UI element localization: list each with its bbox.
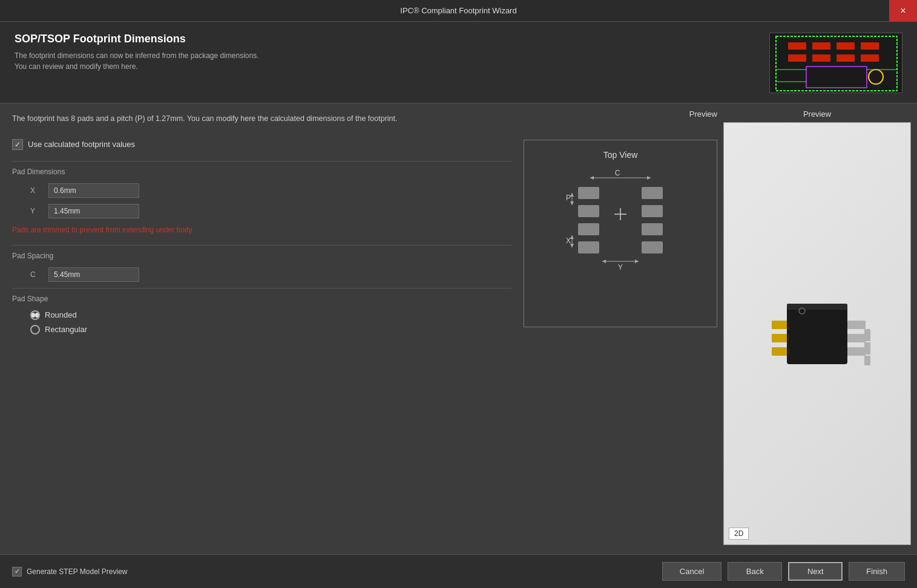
svg-rect-49 — [847, 347, 866, 356]
warning-text: Pads are trimmed to prevent from extendi… — [12, 226, 511, 234]
step-model-label: Generate STEP Model Preview — [27, 567, 128, 576]
x-field-row: X — [30, 183, 511, 198]
svg-rect-44 — [772, 321, 787, 329]
y-label: Y — [30, 207, 48, 215]
step-model-checkbox[interactable]: ✓ — [12, 567, 22, 577]
rectangular-label: Rectangular — [45, 325, 87, 334]
svg-rect-45 — [772, 334, 787, 342]
back-button[interactable]: Back — [728, 562, 782, 581]
y-input[interactable] — [48, 204, 139, 218]
next-button[interactable]: Next — [788, 562, 843, 581]
svg-rect-6 — [788, 54, 806, 62]
btn-2d[interactable]: 2D — [729, 528, 749, 540]
header-subtitle-1: The footprint dimensions can now be infe… — [15, 50, 757, 61]
header-area: SOP/TSOP Footprint Dimensions The footpr… — [0, 22, 917, 103]
svg-rect-25 — [642, 223, 663, 235]
header-subtitle-2: You can review and modify them here. — [15, 61, 757, 72]
title-bar: IPC® Compliant Footprint Wizard × — [0, 0, 917, 22]
svg-rect-46 — [772, 347, 787, 356]
svg-marker-39 — [635, 260, 639, 263]
top-view-title: Top View — [534, 150, 707, 160]
c-field-row: C — [30, 267, 511, 282]
info-text: The footprint has 8 pads and a pitch (P)… — [12, 113, 511, 125]
step-checkmark-icon: ✓ — [15, 567, 20, 575]
preview-label: Preview — [689, 109, 717, 119]
svg-marker-16 — [590, 176, 594, 180]
pad-spacing-section: Pad Spacing C — [12, 245, 511, 282]
main-container: SOP/TSOP Footprint Dimensions The footpr… — [0, 22, 917, 588]
center-panel: Top View C — [524, 103, 717, 554]
preview-area: 2D — [723, 122, 911, 545]
svg-marker-38 — [602, 260, 606, 263]
header-title: SOP/TSOP Footprint Dimensions — [15, 33, 757, 45]
rectangular-radio[interactable] — [30, 325, 40, 335]
svg-rect-19 — [578, 187, 599, 199]
svg-rect-50 — [864, 329, 870, 341]
svg-rect-47 — [847, 321, 866, 329]
svg-text:P: P — [566, 194, 571, 202]
pad-shape-section: Pad Shape Rounded Rectangular — [12, 288, 511, 335]
bottom-bar: ✓ Generate STEP Model Preview Cancel Bac… — [0, 554, 917, 588]
svg-rect-41 — [787, 304, 847, 364]
svg-rect-8 — [836, 54, 855, 62]
use-calculated-checkbox[interactable]: ✓ — [12, 139, 23, 150]
left-panel: Preview The footprint has 8 pads and a p… — [0, 103, 524, 554]
svg-rect-22 — [578, 241, 599, 253]
svg-rect-0 — [770, 33, 902, 93]
svg-rect-20 — [578, 205, 599, 217]
pad-spacing-label: Pad Spacing — [12, 252, 511, 260]
x-label: X — [30, 186, 48, 195]
pad-dimensions-label: Pad Dimensions — [12, 168, 511, 176]
content-section: Preview Preview The footprint has 8 pads… — [0, 103, 917, 554]
use-calculated-label: Use calculated footprint values — [28, 140, 135, 149]
pad-spacing-divider — [12, 245, 511, 246]
rounded-radio[interactable] — [30, 310, 40, 320]
pad-shape-label: Pad Shape — [12, 295, 511, 303]
header-pcb-preview — [769, 33, 902, 93]
svg-rect-9 — [861, 54, 879, 62]
pad-shape-divider — [12, 288, 511, 289]
header-text: SOP/TSOP Footprint Dimensions The footpr… — [15, 33, 757, 72]
svg-rect-48 — [847, 334, 866, 342]
c-label: C — [30, 270, 48, 279]
bottom-right: Cancel Back Next Finish — [662, 562, 905, 581]
svg-marker-17 — [647, 176, 651, 180]
c-input[interactable] — [48, 267, 139, 282]
svg-rect-4 — [836, 42, 855, 50]
svg-rect-42 — [787, 304, 847, 310]
svg-rect-7 — [812, 54, 830, 62]
rounded-label: Rounded — [45, 310, 77, 319]
svg-rect-23 — [642, 187, 663, 199]
svg-rect-2 — [788, 42, 806, 50]
top-view-diagram: C — [542, 166, 699, 311]
ic-3d-preview — [757, 279, 878, 388]
y-field-row: Y — [30, 204, 511, 218]
rectangular-radio-row: Rectangular — [30, 325, 511, 335]
finish-button[interactable]: Finish — [849, 562, 905, 581]
right-panel: Preview — [723, 109, 911, 548]
x-input[interactable] — [48, 183, 139, 198]
svg-rect-3 — [812, 42, 830, 50]
rounded-radio-row: Rounded — [30, 310, 511, 320]
svg-rect-5 — [861, 42, 879, 50]
svg-rect-24 — [642, 205, 663, 217]
use-calculated-row: ✓ Use calculated footprint values — [12, 139, 511, 150]
cancel-button[interactable]: Cancel — [662, 562, 721, 581]
svg-rect-21 — [578, 223, 599, 235]
close-button[interactable]: × — [889, 0, 917, 22]
svg-text:Y: Y — [618, 263, 623, 272]
svg-rect-52 — [864, 356, 870, 365]
svg-rect-26 — [642, 241, 663, 253]
svg-rect-51 — [864, 342, 870, 354]
preview-title: Preview — [723, 109, 911, 119]
svg-text:X: X — [566, 237, 571, 245]
window-title: IPC® Compliant Footprint Wizard — [400, 6, 516, 15]
checkmark-icon: ✓ — [15, 140, 21, 149]
bottom-left: ✓ Generate STEP Model Preview — [12, 567, 128, 577]
svg-text:C: C — [615, 169, 620, 177]
top-view-box: Top View C — [524, 140, 717, 327]
pad-dimensions-divider — [12, 161, 511, 162]
